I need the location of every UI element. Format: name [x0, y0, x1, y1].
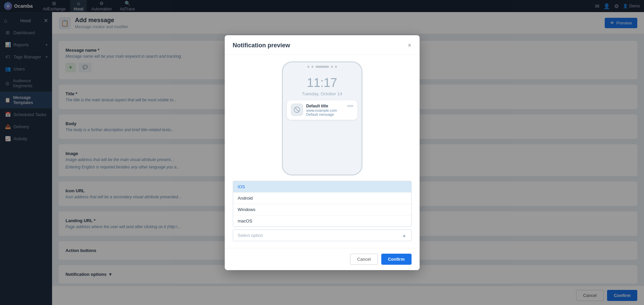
os-option-macos[interactable]: macOS	[233, 215, 411, 226]
os-dropdown: iOS Android Windows macOS	[233, 181, 412, 227]
notch-dot-1	[307, 66, 309, 68]
notch-bar	[315, 66, 329, 68]
os-option-windows[interactable]: Windows	[233, 204, 411, 215]
modal-body: 11:17 Tuesday, October 14 Default title …	[225, 55, 420, 248]
svg-line-1	[295, 108, 299, 112]
notification-preview-modal: Notification preview × 11:17 Tuesday, Oc…	[225, 35, 420, 270]
modal-header: Notification preview ×	[225, 35, 420, 55]
modal-title: Notification preview	[233, 42, 290, 49]
notif-url: www.example.com	[306, 108, 353, 112]
phone-mockup: 11:17 Tuesday, October 14 Default title …	[282, 61, 362, 175]
notification-card: Default title now www.example.com Defaul…	[287, 100, 357, 120]
notch-dot-4	[335, 66, 337, 68]
notch-dot-2	[311, 66, 313, 68]
select-option-dropdown[interactable]: Select option ▲	[233, 230, 412, 241]
modal-close-button[interactable]: ×	[408, 42, 412, 49]
modal-overlay[interactable]: Notification preview × 11:17 Tuesday, Oc…	[0, 0, 644, 305]
notif-message: Default message	[306, 112, 353, 116]
os-option-ios[interactable]: iOS	[233, 181, 411, 193]
os-option-android[interactable]: Android	[233, 193, 411, 204]
modal-footer: Cancel Confirm	[225, 248, 420, 270]
notif-icon	[291, 104, 303, 116]
select-chevron-icon: ▲	[402, 233, 406, 238]
modal-cancel-button[interactable]: Cancel	[350, 254, 378, 265]
notif-title-row: Default title now	[306, 104, 353, 108]
notif-title: Default title	[306, 104, 328, 108]
notif-time: now	[347, 104, 353, 108]
notch-dot-3	[331, 66, 333, 68]
modal-confirm-button[interactable]: Confirm	[381, 254, 412, 265]
notif-content: Default title now www.example.com Defaul…	[306, 104, 353, 116]
phone-notch	[283, 62, 361, 69]
select-option-placeholder: Select option	[238, 233, 263, 238]
phone-time: 11:17	[307, 76, 337, 90]
phone-date: Tuesday, October 14	[302, 91, 342, 96]
